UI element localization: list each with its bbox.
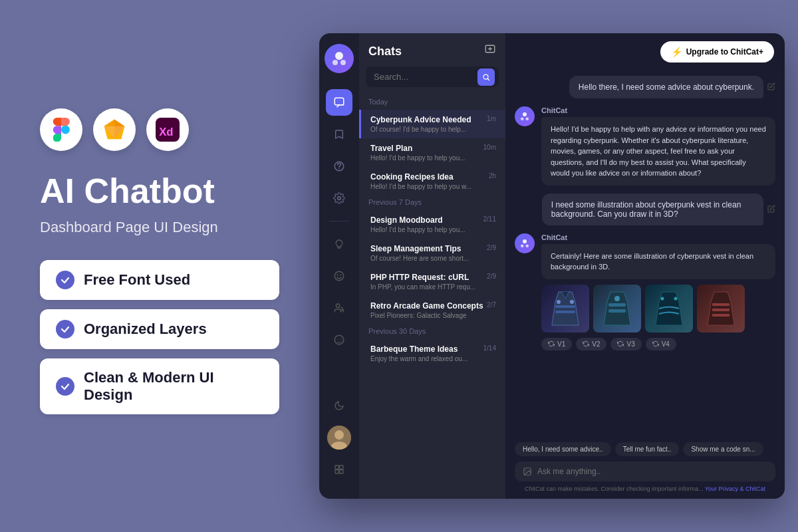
version-btn-3[interactable]: V3	[610, 338, 641, 350]
edit-icon[interactable]	[767, 81, 775, 93]
ui-mockup: Chats Today	[319, 33, 785, 499]
chat-item-5[interactable]: Sleep Management Tips 2/9 Of course! Her…	[359, 239, 505, 267]
sidebar-help-btn[interactable]	[326, 153, 352, 180]
bot-avatar-1	[515, 106, 535, 126]
bot-text-1: Hello! I'd be happy to help with any adv…	[541, 117, 775, 186]
vest-image-1[interactable]	[541, 285, 589, 332]
svg-point-15	[340, 274, 341, 275]
chat-item-title-3: Cooking Recipes Idea 2h	[370, 172, 496, 182]
chat-item-preview-6: In PHP, you can make HTTP requ...	[370, 283, 496, 291]
sidebar-moon-btn[interactable]	[326, 392, 352, 419]
chip-3[interactable]: Show me a code sn...	[683, 442, 763, 456]
check-icon-3	[56, 377, 74, 396]
chip-1[interactable]: Hello, I need some advice..	[515, 442, 611, 456]
chat-item-preview-7: Pixel Pioneers: Galactic Salvage	[370, 312, 496, 319]
bot-content-1: ChitCat Hello! I'd be happy to help with…	[541, 106, 775, 186]
user-avatar[interactable]	[327, 426, 351, 450]
svg-rect-46	[712, 314, 730, 317]
sidebar-chat-btn[interactable]	[326, 89, 352, 116]
sidebar-divider	[329, 221, 349, 221]
bot-message-section-1: ChitCat Hello! I'd be happy to help with…	[515, 106, 775, 186]
chat-item-title-1: Cyberpunk Advice Needed 1m	[370, 115, 496, 124]
tool-icons: Xd	[40, 108, 279, 151]
vest-image-2[interactable]	[593, 285, 641, 332]
sidebar-emoji-btn[interactable]	[326, 263, 352, 289]
chat-item-4[interactable]: Design Moodboard 2/11 Hello! I'd be happ…	[359, 210, 505, 239]
search-button[interactable]	[477, 68, 495, 86]
user-message-1: Hello there, I need some advice about cy…	[569, 76, 763, 98]
chip-2[interactable]: Tell me fun fact..	[615, 442, 680, 456]
chat-item-7[interactable]: Retro Arcade Game Concepts 2/7 Pixel Pio…	[359, 296, 505, 325]
figma-icon	[40, 108, 82, 151]
chat-input[interactable]	[537, 467, 767, 476]
main-container: Xd AI Chatbot Dashboard Page UI Design F…	[0, 0, 798, 532]
chat-item-preview-5: Of course! Here are some short...	[370, 255, 496, 262]
feature-badge-2: Organized Layers	[40, 309, 279, 349]
svg-text:Xd: Xd	[159, 126, 173, 138]
sidebar-users-btn[interactable]	[326, 295, 352, 321]
chat-main-header: ⚡ Upgrade to ChitCat+	[505, 33, 785, 70]
chat-item-preview-8: Enjoy the warm and relaxed ou...	[370, 355, 496, 362]
sidebar-bookmark-btn[interactable]	[326, 121, 352, 148]
svg-point-16	[336, 304, 339, 307]
svg-point-8	[340, 60, 346, 65]
version-btn-4[interactable]: V4	[646, 338, 676, 350]
chat-item-2[interactable]: Travel Plan 10m Hello! I'd be happy to h…	[359, 138, 505, 167]
chat-item-title-8: Barbeque Theme Ideas 1/14	[370, 344, 496, 354]
chat-item-6[interactable]: PHP HTTP Request: cURL 2/9 In PHP, you c…	[359, 267, 505, 296]
svg-rect-35	[555, 305, 575, 308]
disclaimer: ChitCat can make mistakes. Consider chec…	[515, 485, 775, 492]
feature-badge-1: Free Font Used	[40, 260, 279, 300]
section-7days: Previous 7 Days	[359, 196, 505, 210]
image-input-icon	[523, 467, 532, 476]
bot-avatar-2	[515, 233, 535, 253]
upgrade-button[interactable]: ⚡ Upgrade to ChitCat+	[660, 41, 774, 63]
svg-point-32	[523, 239, 527, 243]
section-30days: Previous 30 Days	[359, 325, 505, 339]
new-chat-icon[interactable]	[484, 44, 496, 59]
sidebar-bulb-btn[interactable]	[326, 231, 352, 257]
svg-rect-9	[334, 98, 344, 105]
svg-point-21	[334, 430, 344, 440]
chats-title: Chats	[368, 45, 402, 59]
version-btn-2[interactable]: V2	[576, 338, 606, 350]
chat-item-title-7: Retro Arcade Game Concepts 2/7	[370, 301, 496, 311]
svg-point-37	[557, 300, 561, 304]
bot-name-1: ChitCat	[541, 106, 775, 114]
chat-item-title-5: Sleep Management Tips 2/9	[370, 244, 496, 253]
sidebar-face-btn[interactable]	[326, 327, 352, 353]
disclaimer-link[interactable]: Your Privacy & ChitCat	[705, 485, 765, 492]
svg-point-30	[521, 118, 524, 121]
chat-item-title-4: Design Moodboard 2/11	[370, 215, 496, 225]
chat-item-1[interactable]: Cyberpunk Advice Needed 1m Of course! I'…	[359, 110, 505, 138]
chat-main: ⚡ Upgrade to ChitCat+ Hello there, I nee…	[505, 33, 785, 499]
bot-text-2: Certainly! Here are some illustration of…	[541, 244, 775, 279]
bot-name-2: ChitCat	[541, 233, 775, 241]
vest-image-3[interactable]	[645, 285, 693, 332]
version-btn-1[interactable]: V1	[541, 338, 572, 350]
svg-point-11	[338, 168, 340, 170]
chat-messages: Hello there, I need some advice about cy…	[505, 70, 785, 436]
svg-rect-25	[335, 470, 338, 473]
upgrade-label: Upgrade to ChitCat+	[686, 47, 763, 57]
edit-icon-2[interactable]	[767, 203, 775, 215]
svg-rect-40	[608, 309, 626, 313]
chat-item-3[interactable]: Cooking Recipes Idea 2h Hello! I'd be ha…	[359, 167, 505, 196]
sidebar-icons	[319, 33, 359, 499]
image-grid	[541, 285, 775, 332]
chat-item-8[interactable]: Barbeque Theme Ideas 1/14 Enjoy the warm…	[359, 339, 505, 368]
svg-point-48	[525, 469, 527, 471]
sketch-icon	[93, 108, 136, 151]
bot-content-2: ChitCat Certainly! Here are some illustr…	[541, 233, 775, 350]
svg-point-19	[340, 339, 342, 340]
vest-image-4[interactable]	[697, 285, 745, 332]
check-icon-1	[56, 271, 74, 289]
svg-rect-36	[555, 311, 575, 313]
chat-item-preview-3: Hello! I'd be happy to help you w...	[370, 183, 496, 190]
chat-item-preview-1: Of course! I'd be happy to help...	[370, 126, 496, 133]
sidebar-settings-btn[interactable]	[326, 185, 352, 211]
feature-label-1: Free Font Used	[84, 271, 190, 289]
sidebar-layout-btn[interactable]	[326, 456, 352, 483]
svg-point-13	[334, 271, 344, 281]
section-today: Today	[359, 95, 505, 110]
